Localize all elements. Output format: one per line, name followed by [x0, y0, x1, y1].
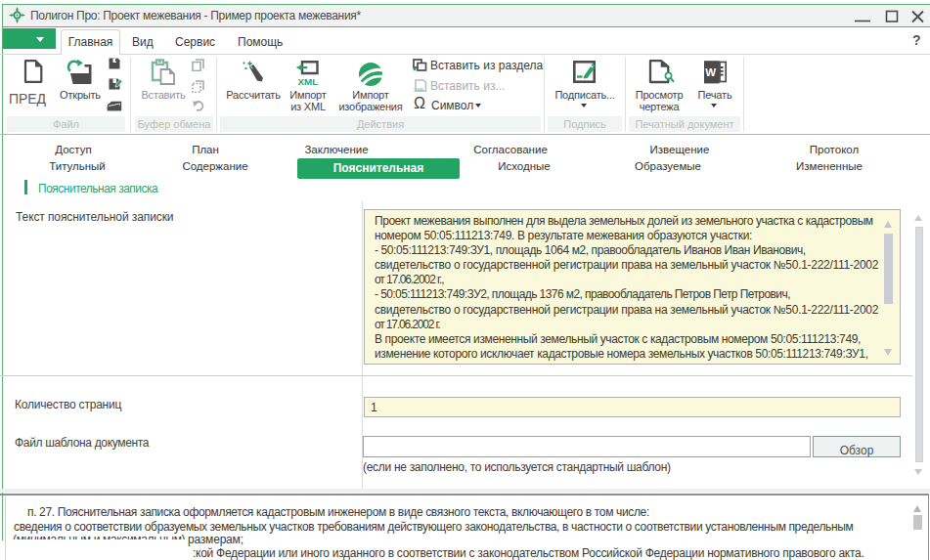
svg-text:XML: XML: [298, 76, 319, 87]
svg-text:XML: XML: [414, 87, 425, 93]
svg-text:W: W: [705, 66, 716, 78]
